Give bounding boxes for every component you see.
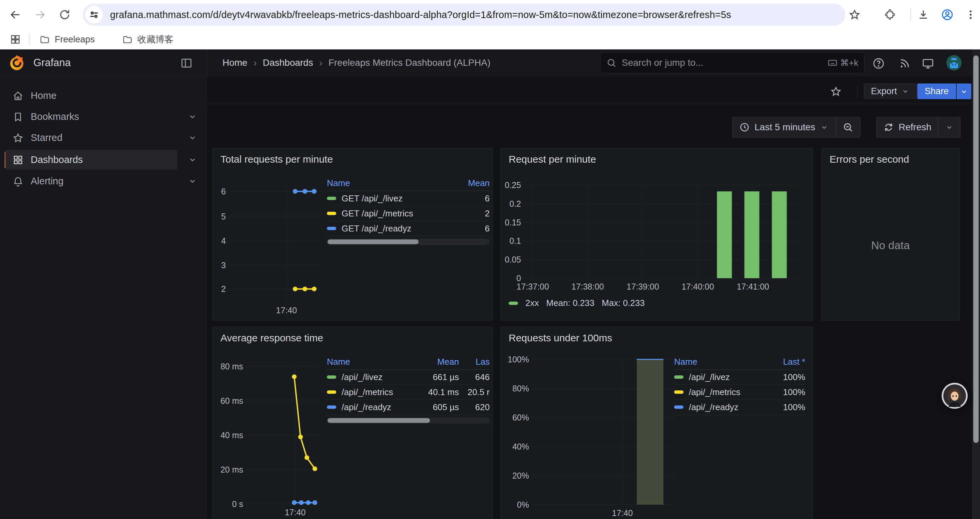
sidebar-item-alerting[interactable]: Alerting xyxy=(0,171,207,192)
legend-row[interactable]: GET /api/_/readyz 6 xyxy=(327,221,490,236)
breadcrumb-dashboards[interactable]: Dashboards xyxy=(263,57,313,68)
keyboard-icon xyxy=(827,58,838,68)
legend-row[interactable]: /api/_/metrics 100% xyxy=(674,385,805,400)
legend-row[interactable]: /api/_/readyz 100% xyxy=(674,400,805,415)
series-mean: 6 xyxy=(443,224,490,234)
clock-icon xyxy=(739,122,750,133)
column-mean[interactable]: Mean xyxy=(412,357,459,367)
chevron-down-icon[interactable] xyxy=(188,176,197,186)
page-scrollbar[interactable] xyxy=(972,50,980,519)
column-name[interactable]: Name xyxy=(327,357,412,367)
legend-row[interactable]: /api/_/metrics 40.1 ms 20.5 r xyxy=(327,385,490,400)
sidebar-item-dashboards[interactable]: Dashboards xyxy=(0,149,207,170)
sidebar-item-label: Alerting xyxy=(31,176,64,187)
collapse-sidebar-button[interactable] xyxy=(180,57,193,69)
grafana-brand: Grafana xyxy=(33,57,71,69)
star-icon xyxy=(830,86,842,97)
chevron-down-icon[interactable] xyxy=(188,112,197,121)
series-name: /api/_/readyz xyxy=(342,402,391,412)
zoom-out-time-button[interactable] xyxy=(835,117,860,137)
bookmark-folder-freeleaps[interactable]: Freeleaps xyxy=(35,31,99,48)
browser-toolbar: grafana.mathmast.com/d/deytv4rwavabkb/fr… xyxy=(0,0,980,29)
address-bar[interactable]: grafana.mathmast.com/d/deytv4rwavabkb/fr… xyxy=(83,4,845,26)
requests-under-100ms-chart[interactable]: 100%80%60%40%20%0%17:40 xyxy=(501,354,687,519)
kiosk-mode-button[interactable] xyxy=(921,56,935,71)
chevron-down-icon[interactable] xyxy=(188,155,197,164)
svg-text:0.05: 0.05 xyxy=(505,255,521,264)
legend-row[interactable]: GET /api/_/livez 6 xyxy=(327,191,490,206)
scrollbar-thumb[interactable] xyxy=(973,56,978,443)
series-mean: Mean: 0.233 xyxy=(546,298,594,308)
column-last[interactable]: Last * xyxy=(765,357,805,367)
svg-text:17:40:00: 17:40:00 xyxy=(681,282,714,291)
svg-text:5: 5 xyxy=(221,212,226,221)
grafana-logo[interactable] xyxy=(9,54,25,71)
sidebar-item-starred[interactable]: Starred xyxy=(0,127,207,148)
bookmarks-separator xyxy=(29,34,30,45)
bookmark-icon xyxy=(12,111,24,123)
panel-title[interactable]: Errors per second xyxy=(830,153,909,165)
refresh-interval-dropdown[interactable] xyxy=(938,117,960,137)
news-button[interactable] xyxy=(897,56,912,71)
browser-back-button[interactable] xyxy=(8,7,23,22)
chevron-down-icon[interactable] xyxy=(188,133,197,143)
browser-reload-button[interactable] xyxy=(57,7,72,22)
sidebar-item-bookmarks[interactable]: Bookmarks xyxy=(0,106,207,127)
export-label: Export xyxy=(871,86,897,96)
svg-text:80 ms: 80 ms xyxy=(221,362,243,371)
legend-row[interactable]: GET /api/_/metrics 2 xyxy=(327,206,490,221)
sidebar-item-label: Starred xyxy=(31,132,62,143)
average-response-time-chart[interactable]: 80 ms60 ms40 ms20 ms0 s17:40 xyxy=(213,354,334,519)
bookmarks-bar: Freeleaps 收藏博客 xyxy=(0,29,980,50)
legend-table: Name Last * /api/_/livez 100% /api/_/met… xyxy=(674,355,805,415)
bookmark-folder-blogs[interactable]: 收藏博客 xyxy=(118,31,178,48)
sidebar-item-home[interactable]: Home xyxy=(0,85,207,106)
panel-title[interactable]: Request per minute xyxy=(509,153,596,165)
extensions-button[interactable] xyxy=(883,7,897,22)
share-dropdown-button[interactable] xyxy=(956,83,971,99)
refresh-button[interactable]: Refresh xyxy=(877,117,938,137)
apps-shortcut-button[interactable] xyxy=(8,32,23,47)
chevron-down-icon xyxy=(901,87,910,96)
export-button[interactable]: Export xyxy=(864,83,916,99)
column-last[interactable]: Las xyxy=(459,357,490,367)
column-mean[interactable]: Mean xyxy=(443,178,490,188)
time-range-picker[interactable]: Last 5 minutes xyxy=(732,117,835,137)
user-avatar[interactable] xyxy=(946,55,962,71)
grafana-flame-icon xyxy=(9,54,25,71)
help-button[interactable] xyxy=(871,56,886,71)
column-name[interactable]: Name xyxy=(674,357,765,367)
floating-assistant-avatar[interactable] xyxy=(942,383,968,409)
browser-forward-button[interactable] xyxy=(33,7,48,22)
search-input[interactable]: Search or jump to... ⌘+k xyxy=(600,52,865,73)
url-text[interactable]: grafana.mathmast.com/d/deytv4rwavabkb/fr… xyxy=(110,10,731,21)
total-requests-chart[interactable]: 6543217:40 xyxy=(213,182,328,315)
browser-menu-button[interactable] xyxy=(963,7,978,22)
bookmark-page-button[interactable] xyxy=(847,7,862,22)
scrollbar-thumb[interactable] xyxy=(328,240,418,244)
series-name: GET /api/_/metrics xyxy=(342,208,413,219)
breadcrumb: Home Dashboards Freeleaps Metrics Dashbo… xyxy=(223,50,490,76)
chevron-down-icon xyxy=(820,123,829,132)
legend-scrollbar[interactable] xyxy=(327,239,490,245)
panel-title[interactable]: Average response time xyxy=(221,332,323,344)
profile-button[interactable] xyxy=(940,7,955,22)
series-color-pill xyxy=(327,375,336,379)
favorite-dashboard-button[interactable] xyxy=(830,86,842,97)
chart-legend[interactable]: 2xx Mean: 0.233 Max: 0.233 xyxy=(509,298,645,308)
downloads-button[interactable] xyxy=(916,7,931,22)
series-mean: 661 µs xyxy=(412,372,459,382)
legend-row[interactable]: /api/_/livez 661 µs 646 xyxy=(327,370,490,385)
legend-row[interactable]: /api/_/livez 100% xyxy=(674,370,805,385)
column-name[interactable]: Name xyxy=(327,178,443,188)
panel-title[interactable]: Total requests per minute xyxy=(221,153,333,165)
legend-row[interactable]: /api/_/readyz 605 µs 620 xyxy=(327,400,490,415)
series-last: 100% xyxy=(765,387,805,398)
legend-scrollbar[interactable] xyxy=(327,417,490,423)
share-button[interactable]: Share xyxy=(917,83,956,99)
panel-title[interactable]: Requests under 100ms xyxy=(509,332,612,344)
scrollbar-thumb[interactable] xyxy=(328,418,430,423)
svg-text:2: 2 xyxy=(221,284,226,294)
site-settings-button[interactable] xyxy=(85,6,103,23)
breadcrumb-home[interactable]: Home xyxy=(223,57,248,68)
